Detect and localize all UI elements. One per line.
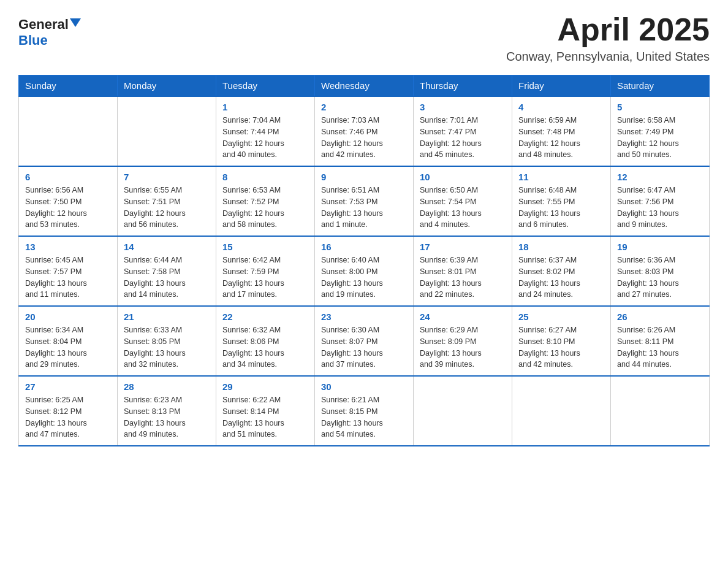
column-header-wednesday: Wednesday (315, 75, 414, 97)
day-info: Sunrise: 6:51 AMSunset: 7:53 PMDaylight:… (321, 185, 407, 231)
page-header: General Blue April 2025 Conway, Pennsylv… (18, 12, 710, 64)
day-info: Sunrise: 7:03 AMSunset: 7:46 PMDaylight:… (321, 115, 407, 161)
day-number: 1 (222, 102, 308, 112)
day-number: 7 (124, 172, 210, 182)
calendar-cell: 18Sunrise: 6:37 AMSunset: 8:02 PMDayligh… (512, 236, 611, 306)
calendar-cell: 1Sunrise: 7:04 AMSunset: 7:44 PMDaylight… (216, 96, 315, 166)
day-info: Sunrise: 6:44 AMSunset: 7:58 PMDaylight:… (124, 255, 210, 301)
column-header-sunday: Sunday (19, 75, 118, 97)
day-number: 26 (617, 312, 703, 322)
calendar-week-5: 27Sunrise: 6:25 AMSunset: 8:12 PMDayligh… (19, 376, 710, 446)
month-title: April 2025 (506, 12, 710, 47)
day-number: 14 (124, 242, 210, 252)
day-info: Sunrise: 6:45 AMSunset: 7:57 PMDaylight:… (25, 255, 111, 301)
day-info: Sunrise: 6:32 AMSunset: 8:06 PMDaylight:… (222, 324, 308, 370)
day-info: Sunrise: 6:47 AMSunset: 7:56 PMDaylight:… (617, 185, 703, 231)
day-number: 18 (518, 242, 604, 252)
day-info: Sunrise: 7:01 AMSunset: 7:47 PMDaylight:… (420, 115, 506, 161)
calendar-cell: 13Sunrise: 6:45 AMSunset: 7:57 PMDayligh… (19, 236, 118, 306)
calendar-cell: 5Sunrise: 6:58 AMSunset: 7:49 PMDaylight… (611, 96, 710, 166)
day-number: 9 (321, 172, 407, 182)
calendar-cell: 6Sunrise: 6:56 AMSunset: 7:50 PMDaylight… (19, 166, 118, 236)
calendar-cell (611, 376, 710, 446)
day-number: 16 (321, 242, 407, 252)
calendar-header-row: SundayMondayTuesdayWednesdayThursdayFrid… (19, 75, 710, 97)
day-number: 24 (420, 312, 506, 322)
day-number: 30 (321, 381, 407, 392)
calendar-cell: 22Sunrise: 6:32 AMSunset: 8:06 PMDayligh… (216, 306, 315, 376)
day-info: Sunrise: 7:04 AMSunset: 7:44 PMDaylight:… (222, 115, 308, 161)
calendar-cell: 28Sunrise: 6:23 AMSunset: 8:13 PMDayligh… (118, 376, 216, 446)
day-number: 25 (518, 312, 604, 322)
day-number: 8 (222, 172, 308, 182)
day-number: 4 (518, 102, 604, 112)
logo: General Blue (18, 12, 81, 48)
day-info: Sunrise: 6:55 AMSunset: 7:51 PMDaylight:… (124, 185, 210, 231)
day-info: Sunrise: 6:25 AMSunset: 8:12 PMDaylight:… (25, 394, 111, 440)
column-header-tuesday: Tuesday (216, 75, 315, 97)
day-info: Sunrise: 6:23 AMSunset: 8:13 PMDaylight:… (124, 394, 210, 440)
location-subtitle: Conway, Pennsylvania, United States (506, 50, 710, 64)
day-info: Sunrise: 6:36 AMSunset: 8:03 PMDaylight:… (617, 255, 703, 301)
calendar-cell: 21Sunrise: 6:33 AMSunset: 8:05 PMDayligh… (118, 306, 216, 376)
calendar-cell: 23Sunrise: 6:30 AMSunset: 8:07 PMDayligh… (315, 306, 414, 376)
day-info: Sunrise: 6:42 AMSunset: 7:59 PMDaylight:… (222, 255, 308, 301)
calendar-cell: 11Sunrise: 6:48 AMSunset: 7:55 PMDayligh… (512, 166, 611, 236)
calendar-cell: 19Sunrise: 6:36 AMSunset: 8:03 PMDayligh… (611, 236, 710, 306)
day-info: Sunrise: 6:33 AMSunset: 8:05 PMDaylight:… (124, 324, 210, 370)
day-number: 10 (420, 172, 506, 182)
column-header-saturday: Saturday (611, 75, 710, 97)
title-area: April 2025 Conway, Pennsylvania, United … (506, 12, 710, 64)
day-number: 6 (25, 172, 111, 182)
day-number: 27 (25, 381, 111, 392)
day-info: Sunrise: 6:26 AMSunset: 8:11 PMDaylight:… (617, 324, 703, 370)
calendar-cell: 26Sunrise: 6:26 AMSunset: 8:11 PMDayligh… (611, 306, 710, 376)
day-info: Sunrise: 6:40 AMSunset: 8:00 PMDaylight:… (321, 255, 407, 301)
calendar-week-3: 13Sunrise: 6:45 AMSunset: 7:57 PMDayligh… (19, 236, 710, 306)
day-number: 23 (321, 312, 407, 322)
calendar-cell: 27Sunrise: 6:25 AMSunset: 8:12 PMDayligh… (19, 376, 118, 446)
calendar-cell: 25Sunrise: 6:27 AMSunset: 8:10 PMDayligh… (512, 306, 611, 376)
calendar-cell: 17Sunrise: 6:39 AMSunset: 8:01 PMDayligh… (414, 236, 512, 306)
day-info: Sunrise: 6:37 AMSunset: 8:02 PMDaylight:… (518, 255, 604, 301)
day-number: 17 (420, 242, 506, 252)
day-info: Sunrise: 6:50 AMSunset: 7:54 PMDaylight:… (420, 185, 506, 231)
calendar-cell: 4Sunrise: 6:59 AMSunset: 7:48 PMDaylight… (512, 96, 611, 166)
logo-text-general: General (18, 17, 69, 32)
calendar-week-2: 6Sunrise: 6:56 AMSunset: 7:50 PMDaylight… (19, 166, 710, 236)
day-number: 2 (321, 102, 407, 112)
day-info: Sunrise: 6:30 AMSunset: 8:07 PMDaylight:… (321, 324, 407, 370)
day-number: 28 (124, 381, 210, 392)
day-info: Sunrise: 6:59 AMSunset: 7:48 PMDaylight:… (518, 115, 604, 161)
day-number: 12 (617, 172, 703, 182)
calendar-cell: 7Sunrise: 6:55 AMSunset: 7:51 PMDaylight… (118, 166, 216, 236)
day-info: Sunrise: 6:48 AMSunset: 7:55 PMDaylight:… (518, 185, 604, 231)
calendar-table: SundayMondayTuesdayWednesdayThursdayFrid… (18, 75, 710, 446)
calendar-cell (414, 376, 512, 446)
calendar-cell: 30Sunrise: 6:21 AMSunset: 8:15 PMDayligh… (315, 376, 414, 446)
calendar-cell: 15Sunrise: 6:42 AMSunset: 7:59 PMDayligh… (216, 236, 315, 306)
day-info: Sunrise: 6:27 AMSunset: 8:10 PMDaylight:… (518, 324, 604, 370)
day-info: Sunrise: 6:29 AMSunset: 8:09 PMDaylight:… (420, 324, 506, 370)
column-header-thursday: Thursday (414, 75, 512, 97)
calendar-cell: 16Sunrise: 6:40 AMSunset: 8:00 PMDayligh… (315, 236, 414, 306)
calendar-cell: 20Sunrise: 6:34 AMSunset: 8:04 PMDayligh… (19, 306, 118, 376)
day-number: 3 (420, 102, 506, 112)
calendar-cell: 12Sunrise: 6:47 AMSunset: 7:56 PMDayligh… (611, 166, 710, 236)
calendar-cell: 3Sunrise: 7:01 AMSunset: 7:47 PMDaylight… (414, 96, 512, 166)
calendar-week-1: 1Sunrise: 7:04 AMSunset: 7:44 PMDaylight… (19, 96, 710, 166)
day-info: Sunrise: 6:56 AMSunset: 7:50 PMDaylight:… (25, 185, 111, 231)
day-info: Sunrise: 6:21 AMSunset: 8:15 PMDaylight:… (321, 394, 407, 440)
day-number: 19 (617, 242, 703, 252)
calendar-cell: 24Sunrise: 6:29 AMSunset: 8:09 PMDayligh… (414, 306, 512, 376)
day-info: Sunrise: 6:34 AMSunset: 8:04 PMDaylight:… (25, 324, 111, 370)
calendar-cell (118, 96, 216, 166)
day-info: Sunrise: 6:58 AMSunset: 7:49 PMDaylight:… (617, 115, 703, 161)
day-info: Sunrise: 6:39 AMSunset: 8:01 PMDaylight:… (420, 255, 506, 301)
day-number: 20 (25, 312, 111, 322)
logo-triangle-icon (70, 18, 81, 27)
day-info: Sunrise: 6:22 AMSunset: 8:14 PMDaylight:… (222, 394, 308, 440)
calendar-cell: 14Sunrise: 6:44 AMSunset: 7:58 PMDayligh… (118, 236, 216, 306)
day-number: 15 (222, 242, 308, 252)
day-number: 22 (222, 312, 308, 322)
